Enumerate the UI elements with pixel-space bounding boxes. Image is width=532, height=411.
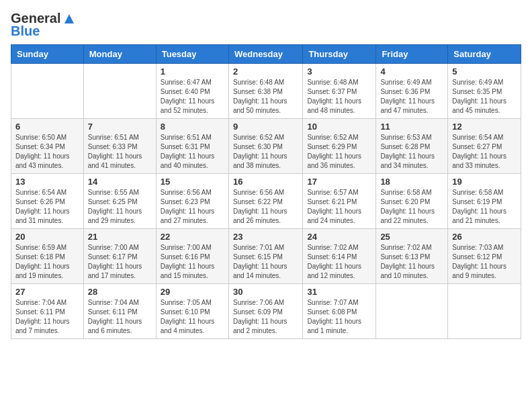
calendar-cell: 1Sunrise: 6:47 AMSunset: 6:40 PMDaylight… — [156, 64, 228, 119]
calendar-cell: 23Sunrise: 7:01 AMSunset: 6:15 PMDayligh… — [228, 229, 302, 284]
calendar-week-row: 1Sunrise: 6:47 AMSunset: 6:40 PMDaylight… — [11, 64, 521, 119]
day-info: Sunrise: 6:58 AMSunset: 6:19 PMDaylight:… — [452, 188, 517, 226]
calendar-cell: 18Sunrise: 6:58 AMSunset: 6:20 PMDayligh… — [376, 174, 448, 229]
calendar-table: SundayMondayTuesdayWednesdayThursdayFrid… — [11, 44, 521, 339]
calendar-cell: 24Sunrise: 7:02 AMSunset: 6:14 PMDayligh… — [303, 229, 376, 284]
day-number: 9 — [233, 122, 298, 132]
day-info: Sunrise: 6:51 AMSunset: 6:31 PMDaylight:… — [161, 133, 224, 171]
day-number: 10 — [307, 122, 371, 132]
logo-blue-text: Blue — [11, 24, 40, 39]
calendar-cell: 16Sunrise: 6:56 AMSunset: 6:22 PMDayligh… — [228, 174, 302, 229]
day-info: Sunrise: 6:58 AMSunset: 6:20 PMDaylight:… — [380, 188, 443, 226]
day-number: 23 — [233, 232, 298, 242]
day-number: 11 — [380, 122, 443, 132]
day-info: Sunrise: 6:50 AMSunset: 6:34 PMDaylight:… — [15, 133, 79, 171]
calendar-cell: 8Sunrise: 6:51 AMSunset: 6:31 PMDaylight… — [156, 119, 228, 174]
calendar-week-row: 13Sunrise: 6:54 AMSunset: 6:26 PMDayligh… — [11, 174, 521, 229]
day-info: Sunrise: 6:52 AMSunset: 6:29 PMDaylight:… — [307, 133, 371, 171]
day-number: 8 — [161, 122, 224, 132]
calendar-cell: 17Sunrise: 6:57 AMSunset: 6:21 PMDayligh… — [303, 174, 376, 229]
day-info: Sunrise: 7:04 AMSunset: 6:11 PMDaylight:… — [15, 298, 79, 336]
day-number: 15 — [161, 177, 224, 187]
day-number: 30 — [233, 287, 298, 297]
calendar-cell: 27Sunrise: 7:04 AMSunset: 6:11 PMDayligh… — [11, 284, 84, 339]
calendar-cell: 12Sunrise: 6:54 AMSunset: 6:27 PMDayligh… — [448, 119, 521, 174]
calendar-cell: 10Sunrise: 6:52 AMSunset: 6:29 PMDayligh… — [303, 119, 376, 174]
calendar-cell: 13Sunrise: 6:54 AMSunset: 6:26 PMDayligh… — [11, 174, 84, 229]
day-info: Sunrise: 7:06 AMSunset: 6:09 PMDaylight:… — [233, 298, 298, 336]
calendar-cell: 5Sunrise: 6:49 AMSunset: 6:35 PMDaylight… — [448, 64, 521, 119]
day-number: 17 — [307, 177, 371, 187]
day-info: Sunrise: 6:54 AMSunset: 6:26 PMDaylight:… — [15, 188, 79, 226]
column-header-monday: Monday — [83, 45, 156, 64]
day-info: Sunrise: 6:56 AMSunset: 6:23 PMDaylight:… — [161, 188, 224, 226]
calendar-cell — [448, 284, 521, 339]
calendar-cell: 26Sunrise: 7:03 AMSunset: 6:12 PMDayligh… — [448, 229, 521, 284]
day-info: Sunrise: 7:02 AMSunset: 6:14 PMDaylight:… — [307, 243, 371, 281]
calendar-cell: 3Sunrise: 6:48 AMSunset: 6:37 PMDaylight… — [303, 64, 376, 119]
day-info: Sunrise: 7:01 AMSunset: 6:15 PMDaylight:… — [233, 243, 298, 281]
calendar-header-row: SundayMondayTuesdayWednesdayThursdayFrid… — [11, 45, 521, 64]
day-number: 14 — [88, 177, 152, 187]
day-number: 25 — [380, 232, 443, 242]
column-header-wednesday: Wednesday — [228, 45, 302, 64]
day-info: Sunrise: 6:48 AMSunset: 6:38 PMDaylight:… — [233, 78, 298, 116]
day-number: 28 — [88, 287, 152, 297]
day-info: Sunrise: 6:54 AMSunset: 6:27 PMDaylight:… — [452, 133, 517, 171]
day-info: Sunrise: 6:51 AMSunset: 6:33 PMDaylight:… — [88, 133, 152, 171]
day-info: Sunrise: 6:48 AMSunset: 6:37 PMDaylight:… — [307, 78, 371, 116]
day-number: 31 — [307, 287, 371, 297]
calendar-cell: 19Sunrise: 6:58 AMSunset: 6:19 PMDayligh… — [448, 174, 521, 229]
day-info: Sunrise: 7:07 AMSunset: 6:08 PMDaylight:… — [307, 298, 371, 336]
svg-marker-0 — [64, 14, 74, 24]
logo: General Blue — [11, 11, 77, 39]
calendar-cell: 31Sunrise: 7:07 AMSunset: 6:08 PMDayligh… — [303, 284, 376, 339]
day-info: Sunrise: 7:00 AMSunset: 6:17 PMDaylight:… — [88, 243, 152, 281]
calendar-cell: 6Sunrise: 6:50 AMSunset: 6:34 PMDaylight… — [11, 119, 84, 174]
day-number: 19 — [452, 177, 517, 187]
day-info: Sunrise: 6:55 AMSunset: 6:25 PMDaylight:… — [88, 188, 152, 226]
calendar-cell: 7Sunrise: 6:51 AMSunset: 6:33 PMDaylight… — [83, 119, 156, 174]
calendar-cell: 4Sunrise: 6:49 AMSunset: 6:36 PMDaylight… — [376, 64, 448, 119]
day-info: Sunrise: 6:49 AMSunset: 6:35 PMDaylight:… — [452, 78, 517, 116]
day-number: 1 — [161, 66, 224, 77]
day-info: Sunrise: 6:47 AMSunset: 6:40 PMDaylight:… — [161, 78, 224, 116]
calendar-cell: 2Sunrise: 6:48 AMSunset: 6:38 PMDaylight… — [228, 64, 302, 119]
calendar-cell: 28Sunrise: 7:04 AMSunset: 6:11 PMDayligh… — [83, 284, 156, 339]
page-header: General Blue — [11, 11, 521, 39]
day-number: 2 — [233, 66, 298, 77]
day-number: 26 — [452, 232, 517, 242]
column-header-thursday: Thursday — [303, 45, 376, 64]
logo-icon — [62, 11, 77, 26]
column-header-friday: Friday — [376, 45, 448, 64]
column-header-saturday: Saturday — [448, 45, 521, 64]
day-number: 5 — [452, 66, 517, 77]
day-number: 21 — [88, 232, 152, 242]
calendar-cell: 14Sunrise: 6:55 AMSunset: 6:25 PMDayligh… — [83, 174, 156, 229]
day-info: Sunrise: 6:49 AMSunset: 6:36 PMDaylight:… — [380, 78, 443, 116]
day-number: 27 — [15, 287, 79, 297]
day-number: 4 — [380, 66, 443, 77]
day-number: 3 — [307, 66, 371, 77]
day-info: Sunrise: 6:57 AMSunset: 6:21 PMDaylight:… — [307, 188, 371, 226]
day-info: Sunrise: 6:59 AMSunset: 6:18 PMDaylight:… — [15, 243, 79, 281]
calendar-cell: 21Sunrise: 7:00 AMSunset: 6:17 PMDayligh… — [83, 229, 156, 284]
day-info: Sunrise: 6:53 AMSunset: 6:28 PMDaylight:… — [380, 133, 443, 171]
calendar-cell: 9Sunrise: 6:52 AMSunset: 6:30 PMDaylight… — [228, 119, 302, 174]
calendar-cell: 15Sunrise: 6:56 AMSunset: 6:23 PMDayligh… — [156, 174, 228, 229]
day-number: 7 — [88, 122, 152, 132]
calendar-cell — [83, 64, 156, 119]
calendar-cell: 29Sunrise: 7:05 AMSunset: 6:10 PMDayligh… — [156, 284, 228, 339]
day-number: 16 — [233, 177, 298, 187]
calendar-cell: 11Sunrise: 6:53 AMSunset: 6:28 PMDayligh… — [376, 119, 448, 174]
calendar-week-row: 20Sunrise: 6:59 AMSunset: 6:18 PMDayligh… — [11, 229, 521, 284]
day-number: 29 — [161, 287, 224, 297]
day-number: 20 — [15, 232, 79, 242]
day-number: 18 — [380, 177, 443, 187]
day-number: 22 — [161, 232, 224, 242]
day-number: 6 — [15, 122, 79, 132]
calendar-cell: 22Sunrise: 7:00 AMSunset: 6:16 PMDayligh… — [156, 229, 228, 284]
day-info: Sunrise: 6:56 AMSunset: 6:22 PMDaylight:… — [233, 188, 298, 226]
day-info: Sunrise: 7:03 AMSunset: 6:12 PMDaylight:… — [452, 243, 517, 281]
day-info: Sunrise: 7:02 AMSunset: 6:13 PMDaylight:… — [380, 243, 443, 281]
